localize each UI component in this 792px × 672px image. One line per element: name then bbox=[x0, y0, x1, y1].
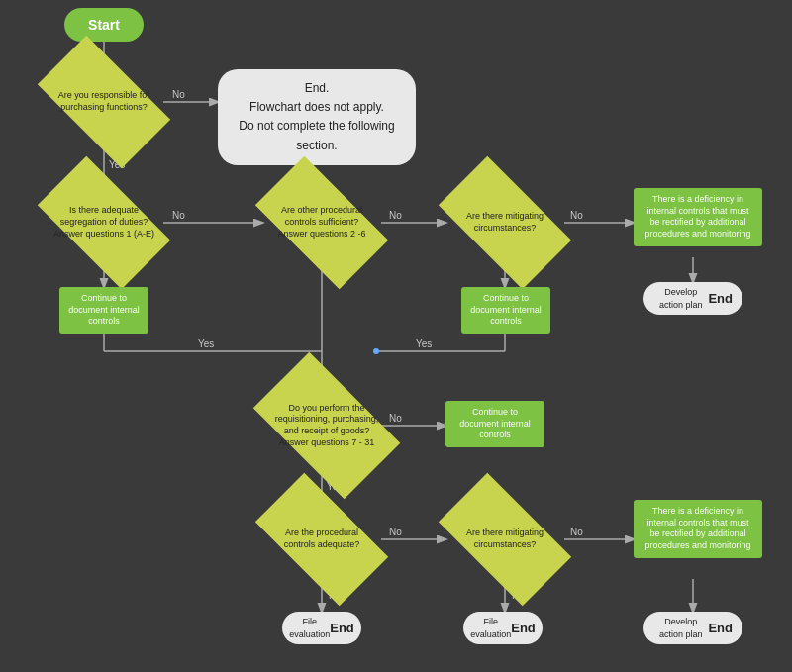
svg-text:No: No bbox=[389, 527, 402, 537]
diamond-requisitioning: Do you perform the requisitioning, purch… bbox=[262, 386, 391, 465]
deficiency1-box: There is a deficiency in internal contro… bbox=[634, 188, 762, 246]
start-node: Start bbox=[64, 8, 144, 42]
svg-text:No: No bbox=[389, 210, 402, 221]
diamond-adequate: Are the procedural controls adequate? bbox=[262, 505, 381, 574]
diamond-mitigating1: Are there mitigating circumstances? bbox=[446, 188, 564, 257]
svg-text:No: No bbox=[172, 89, 185, 100]
svg-text:No: No bbox=[570, 210, 583, 221]
continue3-box: Continue to document internal controls bbox=[446, 401, 544, 447]
diamond-responsible: Are you responsible for purchasing funct… bbox=[45, 67, 163, 137]
action2-end: Develop action plan End bbox=[644, 612, 742, 644]
flowchart: No Yes No Yes No Yes No Yes Yes Yes bbox=[0, 0, 792, 672]
diamond-segregation: Is there adequate segregation of duties?… bbox=[45, 188, 163, 257]
svg-point-38 bbox=[373, 348, 379, 354]
continue2-box: Continue to document internal controls bbox=[461, 287, 550, 334]
deficiency2-box: There is a deficiency in internal contro… bbox=[634, 500, 762, 558]
svg-text:Yes: Yes bbox=[416, 338, 432, 349]
diamond-procedural: Are other procedural controls sufficient… bbox=[262, 188, 381, 257]
file2-end: File evaluation End bbox=[463, 612, 543, 644]
svg-text:No: No bbox=[570, 527, 583, 537]
end-na-box: End.Flowchart does not apply.Do not comp… bbox=[218, 69, 416, 165]
diamond-mitigating2: Are there mitigating circumstances? bbox=[446, 505, 564, 574]
continue1-box: Continue to document internal controls bbox=[59, 287, 148, 334]
svg-text:Yes: Yes bbox=[198, 338, 214, 349]
svg-text:No: No bbox=[172, 210, 185, 221]
action1-end: Develop action plan End bbox=[644, 282, 742, 315]
file1-end: File evaluation End bbox=[282, 612, 361, 644]
